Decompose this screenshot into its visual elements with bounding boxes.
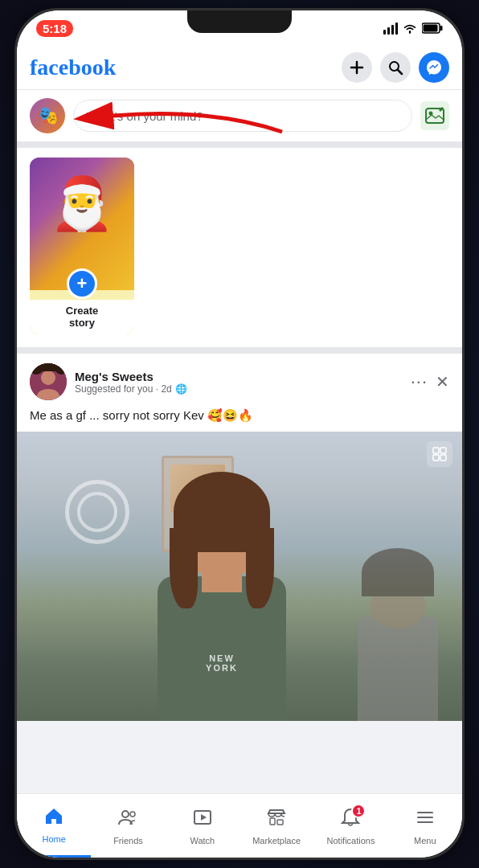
phone-screen: 5:18: [17, 10, 462, 858]
add-button[interactable]: [342, 52, 372, 83]
signal-icon: [383, 23, 398, 35]
background-person: [350, 560, 446, 721]
post-text: Me as a gf ... sorry not sorry Kev 🥰😆🔥: [17, 407, 462, 432]
notifications-badge: 1: [351, 804, 366, 818]
home-icon: [43, 805, 64, 831]
post-author-details: Meg's Sweets Suggested for you · 2d 🌐: [75, 370, 187, 395]
friends-icon: [117, 807, 138, 833]
post-composer: 🎭 What's on your mind?: [17, 90, 462, 148]
svg-rect-17: [270, 818, 275, 825]
post-card: Meg's Sweets Suggested for you · 2d 🌐 ··…: [17, 354, 462, 721]
search-button[interactable]: [380, 52, 411, 83]
marketplace-icon: [266, 807, 287, 833]
battery-icon: [422, 23, 443, 34]
svg-point-14: [122, 811, 129, 817]
nav-menu-label: Menu: [414, 836, 436, 845]
svg-point-8: [41, 371, 55, 385]
svg-rect-10: [433, 448, 439, 453]
bottom-nav: Home Friends: [17, 793, 462, 858]
svg-rect-13: [440, 455, 446, 461]
status-time: 5:18: [36, 20, 73, 37]
create-story-plus-btn[interactable]: +: [67, 268, 97, 299]
photo-icon-btn[interactable]: [420, 101, 449, 130]
video-scene: NEWYORK: [17, 432, 462, 721]
post-more-button[interactable]: ···: [411, 371, 428, 392]
story-avatar-image: 🎅: [50, 174, 114, 234]
nav-item-notifications[interactable]: 1 Notifications: [313, 794, 387, 858]
red-arrow-annotation: [65, 92, 290, 156]
stories-section: 🎅 + Create story: [17, 148, 462, 354]
create-story-label: Create story: [30, 300, 134, 334]
nav-item-friends[interactable]: Friends: [91, 794, 165, 858]
messenger-button[interactable]: [419, 52, 449, 83]
nav-notifications-label: Notifications: [327, 836, 375, 845]
content-area: 🎭 What's on your mind?: [17, 90, 462, 793]
nav-item-marketplace[interactable]: Marketplace: [240, 794, 313, 858]
plus-icon: [349, 59, 365, 76]
nav-marketplace-label: Marketplace: [252, 836, 301, 845]
wifi-icon: [403, 23, 417, 34]
nav-item-watch[interactable]: Watch: [166, 794, 240, 858]
svg-rect-1: [440, 26, 443, 31]
notifications-icon: 1: [340, 807, 361, 833]
watch-icon: [192, 807, 213, 833]
post-actions: ··· ✕: [411, 371, 449, 392]
svg-rect-11: [440, 448, 446, 453]
nav-item-menu[interactable]: Menu: [388, 794, 462, 858]
wall-decor-1: [65, 480, 129, 544]
nav-home-label: Home: [42, 834, 65, 844]
header-icons: [342, 52, 449, 83]
svg-rect-2: [424, 25, 438, 32]
svg-rect-18: [277, 820, 283, 825]
post-author-name: Meg's Sweets: [75, 370, 187, 383]
status-icons: [383, 23, 443, 35]
stories-row: 🎅 + Create story: [30, 158, 449, 334]
menu-icon: [415, 807, 436, 833]
sweatshirt-text: NEWYORK: [174, 653, 270, 673]
post-header: Meg's Sweets Suggested for you · 2d 🌐 ··…: [17, 354, 462, 407]
nav-item-home[interactable]: Home: [17, 794, 91, 858]
svg-rect-12: [433, 455, 439, 461]
nav-watch-label: Watch: [190, 836, 215, 845]
post-media: NEWYORK: [17, 432, 462, 721]
post-author-avatar: [30, 363, 67, 400]
messenger-icon: [425, 59, 443, 76]
create-story-card[interactable]: 🎅 + Create story: [30, 158, 134, 334]
svg-point-15: [130, 812, 135, 817]
photo-icon: [424, 105, 445, 126]
plus-icon: +: [77, 275, 88, 293]
user-avatar: 🎭: [30, 98, 65, 133]
post-close-button[interactable]: ✕: [436, 372, 449, 391]
expand-button[interactable]: [427, 441, 452, 467]
phone-notch: [187, 10, 292, 33]
post-meta: Suggested for you · 2d 🌐: [75, 383, 187, 395]
phone-frame: 5:18: [14, 8, 465, 860]
person-figure: NEWYORK: [133, 464, 310, 721]
nav-friends-label: Friends: [113, 836, 143, 845]
app-header: facebook: [17, 46, 462, 90]
globe-icon: 🌐: [175, 383, 187, 395]
expand-icon: [432, 447, 447, 461]
search-icon: [387, 59, 403, 76]
facebook-logo: facebook: [30, 55, 116, 80]
post-author-info: Meg's Sweets Suggested for you · 2d 🌐: [30, 363, 187, 400]
